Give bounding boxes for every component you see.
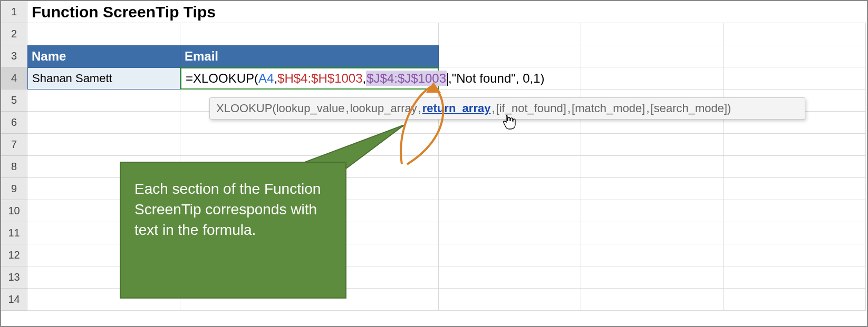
row-header-2[interactable]: 2 <box>1 23 27 45</box>
row-header-7[interactable]: 7 <box>1 134 27 156</box>
cell-name-value[interactable]: Shanan Samett <box>27 67 180 90</box>
cell-E7[interactable] <box>724 134 866 156</box>
cell-E12[interactable] <box>724 244 866 266</box>
cell-E11[interactable] <box>724 222 866 244</box>
cell-B2[interactable] <box>180 23 439 45</box>
cell-C9[interactable] <box>439 178 581 200</box>
cell-C2[interactable] <box>439 23 581 45</box>
text-cursor <box>447 73 448 86</box>
row-header-11[interactable]: 11 <box>1 222 27 244</box>
cell-D11[interactable] <box>581 222 724 244</box>
row-header-13[interactable]: 13 <box>1 266 27 289</box>
cell-D4[interactable] <box>581 67 724 90</box>
cell-E8[interactable] <box>724 156 866 178</box>
row-header-8[interactable]: 8 <box>1 156 27 178</box>
cell-A2[interactable] <box>27 23 180 45</box>
cell-D8[interactable] <box>581 156 724 178</box>
table-header-name[interactable]: Name <box>27 45 180 67</box>
screentip-arg-search-mode[interactable]: [search_mode] <box>651 102 728 115</box>
screentip-arg-lookup-array[interactable]: lookup_array <box>350 102 417 115</box>
screentip-arg-if-not-found[interactable]: [if_not_found] <box>496 102 566 115</box>
pointer-hand-icon <box>502 114 516 134</box>
row-header-4[interactable]: 4 <box>1 67 27 90</box>
cell-E2[interactable] <box>724 23 866 45</box>
cell-D7[interactable] <box>581 134 724 156</box>
cell-E3[interactable] <box>724 45 866 67</box>
row-header-9[interactable]: 9 <box>1 178 27 200</box>
cell-C11[interactable] <box>439 222 581 244</box>
cell-C13[interactable] <box>439 266 581 289</box>
screentip-arg-match-mode[interactable]: [match_mode] <box>572 102 645 115</box>
cell-D2[interactable] <box>581 23 724 45</box>
cell-D3[interactable] <box>581 45 724 67</box>
row-header-12[interactable]: 12 <box>1 244 27 266</box>
cell-D9[interactable] <box>581 178 724 200</box>
cell-C14[interactable] <box>439 289 581 311</box>
row-header-3[interactable]: 3 <box>1 45 27 67</box>
cell-E10[interactable] <box>724 200 866 222</box>
row-header-1[interactable]: 1 <box>1 1 27 23</box>
cell-E9[interactable] <box>724 178 866 200</box>
row-header-6[interactable]: 6 <box>1 112 27 134</box>
cell-C3[interactable] <box>439 45 581 67</box>
screentip-fn-name[interactable]: XLOOKUP <box>216 102 272 115</box>
row-header-10[interactable]: 10 <box>1 200 27 222</box>
formula-edit-cell[interactable]: =XLOOKUP(A4,$H$4:$H$1003,$J$4:$J$1003,"N… <box>180 67 439 90</box>
screentip-arg-return-array[interactable]: return_array <box>422 102 491 115</box>
cell-A5[interactable] <box>27 90 180 112</box>
row-header-14[interactable]: 14 <box>1 289 27 311</box>
row-header-5[interactable]: 5 <box>1 90 27 112</box>
cell-D13[interactable] <box>581 266 724 289</box>
formula-text: =XLOOKUP(A4,$H$4:$H$1003,$J$4:$J$1003,"N… <box>186 71 545 86</box>
cell-E4[interactable] <box>724 67 866 90</box>
cell-C10[interactable] <box>439 200 581 222</box>
callout: Each section of the Function ScreenTip c… <box>120 125 346 299</box>
page-title[interactable]: Function ScreenTip Tips <box>27 1 866 23</box>
callout-text: Each section of the Function ScreenTip c… <box>120 162 346 299</box>
cell-D12[interactable] <box>581 244 724 266</box>
cell-D14[interactable] <box>581 289 724 311</box>
table-header-email[interactable]: Email <box>180 45 439 67</box>
screentip-arg-lookup-value[interactable]: lookup_value <box>276 102 345 115</box>
cell-E14[interactable] <box>724 289 866 311</box>
cell-C12[interactable] <box>439 244 581 266</box>
cell-E13[interactable] <box>724 266 866 289</box>
cell-D10[interactable] <box>581 200 724 222</box>
